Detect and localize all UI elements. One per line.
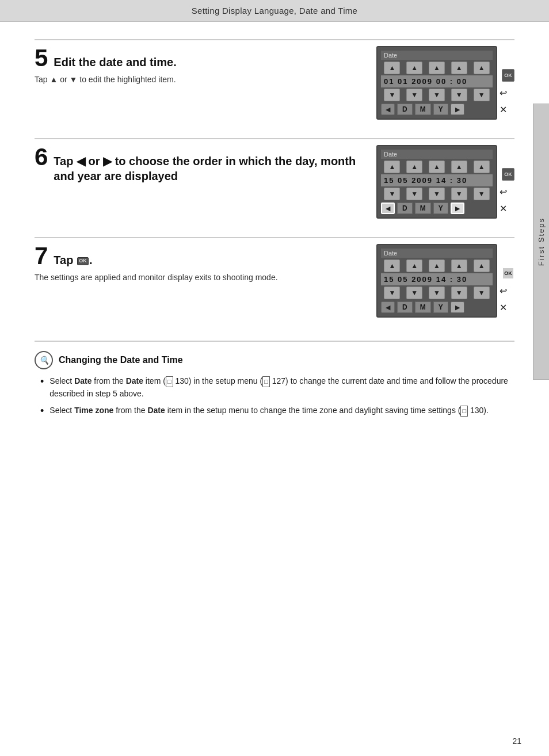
header-title: Setting Display Language, Date and Time xyxy=(192,6,358,16)
cam-close-5: ✕ xyxy=(500,104,514,115)
step-6-number: 6 xyxy=(35,145,48,169)
cam-up-4: ▲ xyxy=(451,62,467,74)
ok-icon-title: OK xyxy=(77,257,89,265)
cam-up-1-7: ▲ xyxy=(384,259,400,272)
step-7-section: 7 Tap OK. The settings are applied and m… xyxy=(35,237,514,318)
note-bullet-2: • Select Time zone from the Date item in… xyxy=(35,404,514,418)
step-5-title: Edit the date and time. xyxy=(54,55,176,70)
cam-up-3: ▲ xyxy=(429,62,445,74)
ref-box-1: □ xyxy=(166,376,173,387)
cam-header-7: Date xyxy=(381,249,493,258)
cam-nav-y-6: Y xyxy=(433,203,448,214)
cam-down-5-7: ▼ xyxy=(474,287,490,299)
step-5-desc: Tap ▲ or ▼ to edit the highlighted item. xyxy=(35,74,359,86)
cam-value-row-5: 01 01 2009 00 : 00 xyxy=(381,75,493,87)
cam-header-5: Date xyxy=(381,51,493,60)
note-box: 🔍 Changing the Date and Time • Select Da… xyxy=(35,341,514,432)
cam-close-6: ✕ xyxy=(500,203,514,214)
step-5-section: 5 Edit the date and time. Tap ▲ or ▼ to … xyxy=(35,39,514,120)
cam-down-2-6: ▼ xyxy=(406,188,422,200)
cam-value-7: 15 05 2009 14 : 30 xyxy=(384,275,490,284)
note-bullet-1: • Select Date from the Date item (□ 130)… xyxy=(35,375,514,400)
cam-down-5: ▼ xyxy=(474,89,490,101)
step-7-desc: The settings are applied and monitor dis… xyxy=(35,272,359,284)
cam-up-1: ▲ xyxy=(384,62,400,74)
cam-undo-7: ↩ xyxy=(500,285,514,296)
step-6-left: 6 Tap ◀ or ▶ to choose the order in whic… xyxy=(35,145,376,187)
cam-value-row-6: 15 05 2009 14 : 30 xyxy=(381,174,493,186)
step-6-camera-area: Date ▲ ▲ ▲ ▲ ▲ 15 05 2009 14 : 30 ▼ ▼ xyxy=(376,145,514,219)
cam-right-col-5: OK ↩ ✕ xyxy=(497,46,514,115)
step-6-section: 6 Tap ◀ or ▶ to choose the order in whic… xyxy=(35,138,514,219)
cam-down-4-6: ▼ xyxy=(451,188,467,200)
ref-box-2: □ xyxy=(262,376,270,387)
cam-nav-7: ◀ D M Y ▶ xyxy=(381,301,493,313)
step-5-left: 5 Edit the date and time. Tap ▲ or ▼ to … xyxy=(35,46,376,86)
cam-nav-d-5: D xyxy=(397,104,413,115)
cam-down-arrows-5: ▼ ▼ ▼ ▼ ▼ xyxy=(381,89,493,101)
cam-up-4-7: ▲ xyxy=(451,259,467,272)
cam-up-arrows-7: ▲ ▲ ▲ ▲ ▲ xyxy=(381,259,493,272)
bullet-dot-2: • xyxy=(40,404,44,418)
bullet-text-2: Select Time zone from the Date item in t… xyxy=(49,404,489,417)
cam-down-3-7: ▼ xyxy=(429,287,445,299)
camera-ui-5: Date ▲ ▲ ▲ ▲ ▲ 01 01 2009 00 : 00 ▼ ▼ xyxy=(376,46,497,120)
bullet-dot-1: • xyxy=(40,375,44,388)
cam-down-3-6: ▼ xyxy=(429,188,445,200)
cam-up-5-7: ▲ xyxy=(474,259,490,272)
cam-value-6: 15 05 2009 14 : 30 xyxy=(384,176,490,185)
cam-up-2-6: ▲ xyxy=(406,161,422,173)
cam-down-3: ▼ xyxy=(429,89,445,101)
cam-down-4: ▼ xyxy=(451,89,467,101)
cam-down-1-6: ▼ xyxy=(384,188,400,200)
step-6-title: Tap ◀ or ▶ to choose the order in which … xyxy=(54,154,359,184)
cam-ok-5: OK xyxy=(502,69,514,82)
cam-nav-right-5: ▶ xyxy=(451,104,464,115)
cam-value-row-7: 15 05 2009 14 : 30 xyxy=(381,273,493,285)
step-5-camera: Date ▲ ▲ ▲ ▲ ▲ 01 01 2009 00 : 00 ▼ ▼ xyxy=(376,46,497,120)
cam-up-5-6: ▲ xyxy=(474,161,490,173)
cam-nav-6: ◀ D M Y ▶ xyxy=(381,203,493,214)
cam-nav-m-7: M xyxy=(415,301,431,313)
step-7-number: 7 xyxy=(35,244,48,268)
cam-nav-m-5: M xyxy=(415,104,431,115)
note-title: Changing the Date and Time xyxy=(59,355,183,365)
cam-down-1-7: ▼ xyxy=(384,287,400,299)
note-header: 🔍 Changing the Date and Time xyxy=(35,351,514,369)
cam-nav-y-7: Y xyxy=(433,301,448,313)
note-icon: 🔍 xyxy=(35,351,53,369)
cam-up-2-7: ▲ xyxy=(406,259,422,272)
cam-nav-left-6: ◀ xyxy=(381,203,395,214)
step-7-camera-area: Date ▲ ▲ ▲ ▲ ▲ 15 05 2009 14 : 30 ▼ ▼ xyxy=(376,244,514,318)
cam-nav-d-6: D xyxy=(397,203,413,214)
cam-up-5: ▲ xyxy=(474,62,490,74)
cam-undo-6: ↩ xyxy=(500,186,514,197)
cam-nav-left-7: ◀ xyxy=(381,301,395,313)
step-7-camera: Date ▲ ▲ ▲ ▲ ▲ 15 05 2009 14 : 30 ▼ ▼ xyxy=(376,244,497,318)
cam-down-2-7: ▼ xyxy=(406,287,422,299)
cam-nav-left-5: ◀ xyxy=(381,104,395,115)
cam-nav-m-6: M xyxy=(415,203,431,214)
step-5-number: 5 xyxy=(35,46,48,70)
cam-header-6: Date xyxy=(381,150,493,159)
cam-up-3-6: ▲ xyxy=(429,161,445,173)
step-7-left: 7 Tap OK. The settings are applied and m… xyxy=(35,244,376,284)
cam-undo-5: ↩ xyxy=(500,87,514,98)
cam-down-5-6: ▼ xyxy=(474,188,490,200)
cam-ok-7: OK xyxy=(502,267,514,280)
cam-up-2: ▲ xyxy=(406,62,422,74)
cam-down-arrows-6: ▼ ▼ ▼ ▼ ▼ xyxy=(381,188,493,200)
cam-down-4-7: ▼ xyxy=(451,287,467,299)
cam-nav-right-7: ▶ xyxy=(451,301,464,313)
camera-ui-6: Date ▲ ▲ ▲ ▲ ▲ 15 05 2009 14 : 30 ▼ ▼ xyxy=(376,145,497,219)
cam-down-2: ▼ xyxy=(406,89,422,101)
cam-right-col-7: OK ↩ ✕ xyxy=(497,244,514,313)
step-6-camera: Date ▲ ▲ ▲ ▲ ▲ 15 05 2009 14 : 30 ▼ ▼ xyxy=(376,145,497,219)
bullet-text-1: Select Date from the Date item (□ 130) i… xyxy=(49,375,514,400)
header-bar: Setting Display Language, Date and Time xyxy=(0,0,549,22)
cam-nav-right-6: ▶ xyxy=(451,203,464,214)
cam-ok-6: OK xyxy=(502,168,514,181)
cam-value-5: 01 01 2009 00 : 00 xyxy=(384,77,490,86)
cam-down-arrows-7: ▼ ▼ ▼ ▼ ▼ xyxy=(381,287,493,299)
page-number: 21 xyxy=(512,736,521,746)
